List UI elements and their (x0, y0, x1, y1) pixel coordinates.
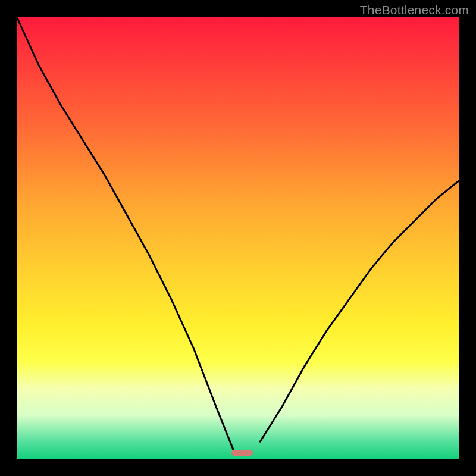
plot-area (17, 17, 459, 459)
curve-right-branch (260, 180, 459, 441)
curve-left-branch (17, 17, 234, 450)
bottleneck-curve (17, 17, 459, 459)
optimal-marker (231, 450, 253, 456)
chart-stage: TheBottleneck.com (0, 0, 476, 476)
watermark-text: TheBottleneck.com (360, 3, 469, 17)
